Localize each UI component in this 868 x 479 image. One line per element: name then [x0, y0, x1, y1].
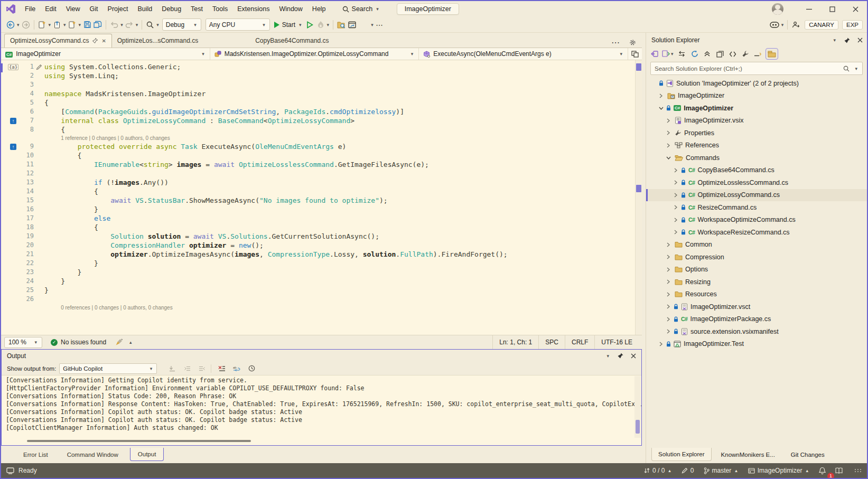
document-overflow-icon[interactable]: ⋯ [610, 36, 621, 49]
breakpoint-margin[interactable] [1, 142, 8, 151]
chevron-right-icon[interactable] [659, 93, 666, 98]
chevron-up-icon[interactable]: ▴ [128, 340, 133, 345]
breakpoint-margin[interactable] [1, 80, 8, 89]
breakpoint-margin[interactable] [1, 98, 8, 107]
code-line[interactable]: 23 } [1, 268, 642, 277]
breadcrumb-dropdown[interactable]: ExecuteAsync(OleMenuCmdEventArgs e)▾ [419, 48, 628, 60]
chevron-down-icon[interactable]: ▾ [16, 22, 21, 27]
send-feedback-icon[interactable] [790, 18, 801, 31]
chevron-right-icon[interactable] [674, 230, 681, 234]
code-cleanup-broom-icon[interactable] [114, 336, 124, 349]
panel-tab-error-list[interactable]: Error List [16, 448, 55, 461]
word-wrap-icon[interactable]: ab [231, 363, 242, 374]
caret-position[interactable]: Ln: 1, Ch: 1 [492, 335, 538, 349]
tree-item[interactable]: Commands [646, 152, 867, 164]
tree-item[interactable]: source.extension.vsixmanifest [646, 325, 867, 338]
code-line[interactable]: 26 [1, 295, 642, 304]
breakpoint-margin[interactable] [1, 286, 8, 295]
edit-pencil-icon[interactable] [36, 64, 42, 70]
side-tab-knownmonikers-e-[interactable]: KnownMonikers E... [715, 448, 781, 461]
code-line[interactable]: 15 await VS.StatusBar.ShowMessageAsync("… [1, 196, 642, 205]
menu-file[interactable]: File [20, 1, 40, 17]
tree-item[interactable]: ImageOptimizer.vsct [646, 300, 867, 313]
tree-item[interactable]: ImageOptimizer [646, 90, 867, 102]
pin-icon[interactable] [92, 38, 98, 43]
navigation-counter[interactable]: 0 / 0▴ [639, 463, 677, 478]
side-tab-git-changes[interactable]: Git Changes [785, 448, 831, 461]
chevron-right-icon[interactable] [666, 143, 674, 148]
breakpoint-margin[interactable] [1, 268, 8, 277]
chevron-right-icon[interactable] [674, 218, 681, 222]
side-tab-solution-explorer[interactable]: Solution Explorer [651, 448, 712, 461]
breakpoint-margin[interactable] [1, 259, 8, 268]
menu-test[interactable]: Test [186, 1, 208, 17]
close-icon[interactable] [857, 37, 863, 43]
breakpoint-margin[interactable] [1, 277, 8, 286]
minimize-button[interactable] [797, 1, 820, 17]
live-preview-icon[interactable] [347, 18, 357, 31]
line-ending[interactable]: CRLF [565, 335, 594, 349]
output-horizontal-scrollbar[interactable] [27, 440, 251, 442]
tree-item[interactable]: ImageOptimizer.Test [646, 338, 867, 351]
history-clock-icon[interactable] [246, 363, 257, 374]
tree-item[interactable]: C#OptimizeLosslessCommand.cs [646, 176, 867, 189]
navigate-backward-icon[interactable] [5, 18, 16, 31]
pin-icon[interactable] [618, 353, 623, 359]
codelens-info[interactable]: 1 reference | 0 changes | 0 authors, 0 c… [1, 134, 642, 142]
chevron-down-icon[interactable]: ▾ [119, 22, 124, 27]
navigate-forward-icon[interactable] [21, 18, 31, 31]
close-icon[interactable]: ✕ [101, 38, 106, 44]
code-line[interactable]: 17 else [1, 214, 642, 223]
chevron-down-icon[interactable]: ▾ [135, 22, 139, 27]
zoom-level-select[interactable]: 100 % ▾ [4, 337, 42, 348]
canary-channel-badge[interactable]: CANARY [805, 20, 838, 30]
encoding[interactable]: UTF-16 LE [594, 335, 639, 349]
tab-settings-gear-icon[interactable] [627, 36, 638, 49]
code-line[interactable]: 6 [Command(PackageGuids.guidImageOptimiz… [1, 107, 642, 116]
redo-icon[interactable] [124, 18, 135, 31]
collapse-all-icon[interactable] [702, 48, 713, 60]
panel-splitter[interactable] [642, 33, 646, 463]
hot-reload-icon[interactable] [315, 18, 326, 31]
document-health-indicator[interactable]: ✓ No issues found [51, 339, 106, 346]
breakpoint-margin[interactable] [1, 241, 8, 250]
folder-view-toggle-icon[interactable] [766, 48, 778, 60]
editor-vertical-scrollbar[interactable] [635, 60, 642, 335]
breakpoint-margin[interactable] [1, 71, 8, 80]
experimental-badge[interactable]: EXP [842, 20, 863, 30]
chevron-right-icon[interactable] [674, 205, 681, 210]
git-branch-selector[interactable]: master▴ [699, 463, 743, 478]
start-debug-button[interactable]: Start▾ [272, 18, 305, 31]
breakpoint-margin[interactable] [1, 295, 8, 304]
document-tab[interactable]: CopyBase64Command.cs [250, 34, 334, 48]
chevron-down-icon[interactable]: ▾ [48, 22, 52, 27]
breakpoint-margin[interactable] [1, 223, 8, 232]
breakpoint-margin[interactable] [1, 125, 8, 134]
pin-icon[interactable] [844, 37, 850, 43]
tree-item[interactable]: C#OptimizeLossyCommand.cs [646, 189, 867, 202]
code-line[interactable]: 24 } [1, 277, 642, 286]
breakpoint-margin[interactable] [1, 196, 8, 205]
document-tab[interactable]: OptimizeLossyCommand.cs✕ [4, 34, 112, 48]
git-repository-selector[interactable]: ImageOptimizer▴ [743, 463, 814, 478]
chevron-right-icon[interactable] [666, 317, 674, 322]
save-all-icon[interactable] [92, 18, 103, 31]
close-button[interactable] [844, 1, 867, 17]
breakpoint-margin[interactable] [1, 205, 8, 214]
breakpoint-margin[interactable] [1, 151, 8, 160]
undo-icon[interactable] [109, 18, 119, 31]
chevron-right-icon[interactable] [666, 130, 674, 135]
code-line[interactable]: 14 { [1, 187, 642, 196]
solution-platform-select[interactable]: Any CPU▾ [206, 18, 270, 31]
menu-window[interactable]: Window [274, 1, 307, 17]
code-line[interactable]: {a}1using System.Collections.Generic; [1, 62, 642, 71]
code-line[interactable]: ↑7 internal class OptimizeLossyCommand :… [1, 116, 642, 125]
open-file-icon[interactable] [52, 18, 62, 31]
chevron-right-icon[interactable] [666, 279, 674, 284]
tree-item[interactable]: Common [646, 239, 867, 251]
refresh-icon[interactable] [689, 48, 700, 60]
menu-debug[interactable]: Debug [157, 1, 186, 17]
tree-item[interactable]: Options [646, 264, 867, 276]
breakpoint-margin[interactable] [1, 169, 8, 178]
breakpoint-margin[interactable] [1, 187, 8, 196]
